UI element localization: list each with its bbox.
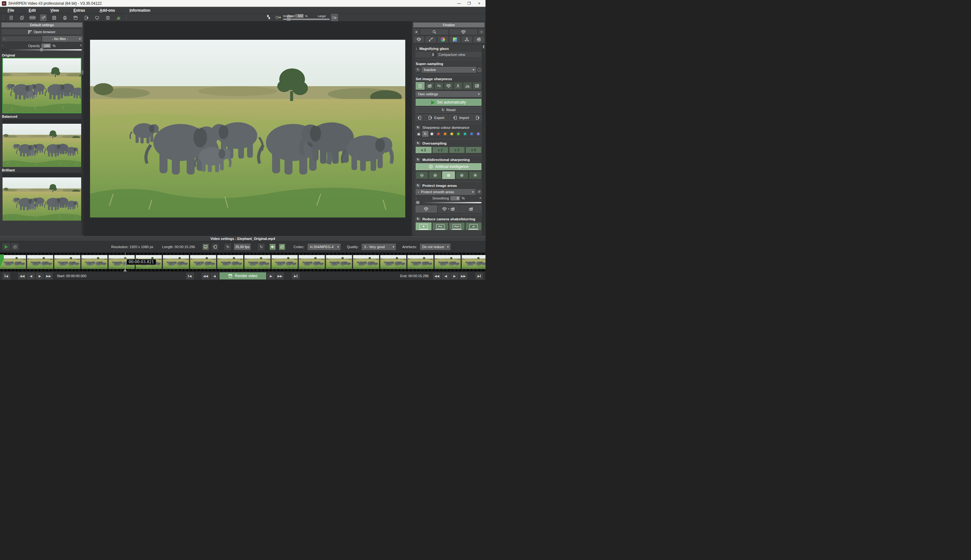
sharpness-type-document-button[interactable] (416, 82, 424, 90)
settings-gears-button[interactable] (40, 15, 47, 21)
sharpness-preset-dropdown[interactable]: Own settings ▼ (416, 91, 481, 97)
direction-2-button[interactable]: ⊛ (429, 172, 441, 179)
oversampling-x3-button[interactable]: x 3 (449, 147, 465, 153)
oversampling-x5-button[interactable]: x 5 (466, 147, 481, 153)
protect-refresh-button[interactable]: ↺ (477, 190, 481, 194)
dominance-yellow-button[interactable] (449, 131, 455, 137)
filmstrip-frame[interactable] (435, 255, 461, 269)
reset-button[interactable]: ↻ Reset (416, 107, 481, 113)
fit-smaller-icon[interactable]: ◳◂ (276, 15, 281, 19)
filmstrip-frame[interactable] (27, 255, 53, 269)
checkerboard-icon[interactable]: ▚ (267, 15, 270, 19)
finalise-header[interactable]: Finalise (413, 22, 485, 27)
menu-view[interactable]: View (47, 8, 62, 13)
filmstrip-frame[interactable] (326, 255, 352, 269)
import-all-button[interactable] (416, 115, 423, 121)
fast-forward-button[interactable]: ▶▶ (45, 273, 52, 279)
supersampling-reset-button[interactable]: ↻ (416, 68, 420, 72)
zoom-slider[interactable] (283, 18, 330, 20)
raw-module-button[interactable]: RAW (29, 15, 36, 21)
dominance-teal-button[interactable] (462, 131, 468, 137)
artefacts-dropdown[interactable]: Do not reduce ▼ (420, 244, 450, 250)
filmstrip-frame[interactable] (353, 255, 379, 269)
smoothing-value[interactable]: 0 (450, 196, 460, 200)
preset-search-input[interactable] (1, 36, 42, 42)
menu-edit[interactable]: Edit (25, 8, 39, 13)
colour-cube-button[interactable] (449, 36, 461, 43)
default-settings-header[interactable]: Default settings (1, 22, 82, 27)
sharpness-type-landscape-button[interactable] (473, 82, 481, 90)
dominance-reset-button[interactable]: ↻ (416, 125, 420, 130)
node-tool-button[interactable] (461, 36, 473, 43)
protect-gem-button[interactable] (416, 205, 437, 212)
new-document-button[interactable] (8, 15, 14, 21)
filmstrip-frame[interactable] (299, 255, 325, 269)
search-tab-button[interactable] (420, 29, 448, 35)
oversampling-reset-button[interactable]: ↻ (416, 141, 420, 145)
sharpness-type-waves-button[interactable] (435, 82, 443, 90)
sharpness-type-mountains-button[interactable] (463, 82, 472, 90)
opacity-slider-thumb[interactable] (40, 48, 43, 52)
step-forward-button[interactable]: ▶ (36, 273, 43, 279)
preview-play-disabled-button[interactable] (12, 243, 18, 250)
minimize-button[interactable]: — (455, 1, 463, 6)
filmstrip-frame[interactable] (163, 255, 189, 269)
filmstrip-frame[interactable] (82, 255, 107, 269)
zoom-slider-thumb[interactable] (286, 18, 291, 21)
dominance-purple-button[interactable] (475, 131, 481, 137)
camerashake-reset-button[interactable]: ↻ (416, 217, 420, 221)
audio-monitor-button[interactable] (279, 244, 285, 250)
fast-forward-button[interactable]: ▶▶ (276, 273, 284, 279)
import-button[interactable]: Import (449, 115, 473, 121)
gem-tool-button[interactable] (413, 36, 424, 43)
protect-gem-camera-button[interactable]: + (438, 205, 459, 212)
camerashake-pro-button[interactable]: Pro (433, 223, 448, 230)
info-icon[interactable]: i (477, 68, 481, 72)
supersampling-dropdown[interactable]: Inactive ▼ (422, 67, 476, 73)
menu-information[interactable]: Information (126, 8, 154, 13)
resize-height-button[interactable] (212, 244, 218, 250)
opacity-minus[interactable]: - (2, 43, 3, 47)
export-all-button[interactable] (474, 115, 481, 121)
direction-4-button[interactable]: ⊛ (456, 172, 468, 179)
oversampling-x2-button[interactable]: x 2 (433, 147, 448, 153)
opacity-plus[interactable]: + (80, 43, 82, 47)
menu-extras[interactable]: Extras (70, 8, 89, 13)
fps-value[interactable]: 25,00 fps (234, 244, 251, 250)
export-button[interactable]: Export (424, 115, 448, 121)
set-automatically-button[interactable]: Set automatically (416, 99, 481, 106)
dominance-source-button[interactable]: ▣ (416, 131, 422, 137)
colour-wheel-button[interactable] (437, 36, 448, 43)
export-document-button[interactable] (83, 15, 89, 21)
fast-forward-button[interactable]: ▶▶ (460, 273, 467, 279)
histogram-button[interactable] (115, 15, 122, 21)
save-button[interactable] (51, 15, 57, 21)
fast-rewind-button[interactable]: ◀◀ (18, 273, 26, 279)
filter-dropdown[interactable]: - No filter - ▼ (42, 36, 83, 42)
comparison-checkbox-icon[interactable] (432, 53, 436, 57)
comparison-view-toggle[interactable]: Comparison view (416, 52, 481, 57)
quality-dropdown[interactable]: 3 - Very good ▼ (362, 244, 396, 250)
timeline-start-handle[interactable] (0, 255, 4, 270)
dominance-white-button[interactable] (429, 131, 435, 137)
audio-on-button[interactable] (269, 244, 276, 250)
resize-width-button[interactable] (202, 244, 209, 250)
preview-balanced[interactable] (2, 119, 82, 167)
screen-view-button[interactable] (94, 15, 100, 21)
clapperboard-button[interactable] (72, 15, 79, 21)
presets-scrollbar[interactable] (82, 70, 84, 235)
dominance-green-button[interactable] (456, 131, 461, 137)
opacity-value[interactable]: 100 (42, 43, 51, 48)
finalise-scrollbar[interactable] (482, 44, 485, 235)
fast-rewind-button[interactable]: ◀◀ (202, 273, 209, 279)
timeline-filmstrip[interactable]: 00:00:03.821 (0, 253, 486, 272)
smoothing-minus[interactable]: - (416, 196, 417, 200)
timeline-playhead[interactable] (125, 253, 125, 272)
filmstrip-frame[interactable] (54, 255, 80, 269)
step-forward-button[interactable]: ▶ (267, 273, 275, 279)
fast-rewind-button[interactable]: ◀◀ (433, 273, 441, 279)
go-to-end-button[interactable]: ▶ (292, 273, 299, 279)
direction-5-button[interactable]: ✳ (469, 172, 481, 179)
close-button[interactable]: × (475, 1, 484, 6)
filmstrip-frame[interactable] (462, 255, 486, 269)
